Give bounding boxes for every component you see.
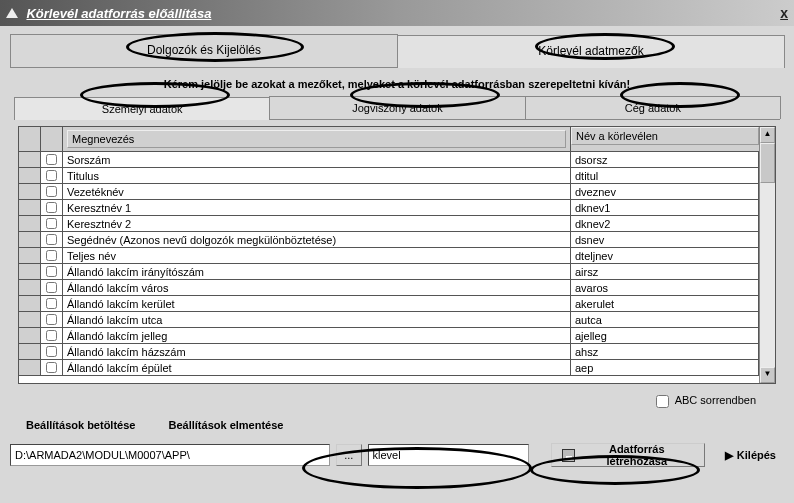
row-checkbox[interactable] xyxy=(46,154,57,165)
browse-button[interactable]: ... xyxy=(336,444,362,466)
row-gutter xyxy=(19,280,41,296)
path-input[interactable] xyxy=(10,444,330,466)
table-row[interactable]: Állandó lakcím városavaros xyxy=(19,280,759,296)
fields-table: Megnevezés Név a körlevélen Sorszámdsors… xyxy=(18,126,776,384)
row-checkbox[interactable] xyxy=(46,346,57,357)
table-row[interactable]: Állandó lakcím házszámahsz xyxy=(19,344,759,360)
row-name: Keresztnév 2 xyxy=(63,216,571,232)
table-row[interactable]: Titulusdtitul xyxy=(19,168,759,184)
instruction-text: Kérem jelölje be azokat a mezőket, melye… xyxy=(10,68,784,96)
row-checkbox[interactable] xyxy=(46,298,57,309)
tab-dolgozok[interactable]: Dolgozók és Kijelölés xyxy=(10,34,398,67)
row-gutter xyxy=(19,152,41,168)
row-name: Állandó lakcím kerület xyxy=(63,296,571,312)
row-name: Állandó lakcím házszám xyxy=(63,344,571,360)
row-gutter xyxy=(19,184,41,200)
row-label: dknev1 xyxy=(571,200,759,216)
row-name: Állandó lakcím jelleg xyxy=(63,328,571,344)
title-bar: Körlevél adatforrás előállítása x xyxy=(0,0,794,26)
row-checkbox[interactable] xyxy=(46,202,57,213)
row-label: avaros xyxy=(571,280,759,296)
filename-input[interactable] xyxy=(368,444,530,466)
abc-sort-checkbox[interactable]: ABC sorrendben xyxy=(652,394,756,406)
row-checkbox[interactable] xyxy=(46,170,57,181)
tab-korlevel-mezok[interactable]: Körlevél adatmezők xyxy=(397,35,785,68)
save-icon xyxy=(562,449,575,462)
row-checkbox[interactable] xyxy=(46,282,57,293)
row-gutter xyxy=(19,232,41,248)
tab-ceg[interactable]: Cég adatok xyxy=(525,96,781,119)
scroll-up-icon[interactable]: ▲ xyxy=(760,127,775,143)
row-name: Állandó lakcím utca xyxy=(63,312,571,328)
exit-icon: ▶ xyxy=(725,449,733,462)
table-row[interactable]: Állandó lakcím irányítószámairsz xyxy=(19,264,759,280)
table-row[interactable]: Állandó lakcím kerületakerulet xyxy=(19,296,759,312)
col-header-nev[interactable]: Név a körlevélen xyxy=(571,127,759,145)
row-label: dsnev xyxy=(571,232,759,248)
row-gutter xyxy=(19,264,41,280)
tab-szemelyi[interactable]: Személyi adatok xyxy=(14,97,270,120)
table-row[interactable]: Segédnév (Azonos nevű dolgozók megkülönb… xyxy=(19,232,759,248)
table-row[interactable]: Állandó lakcím jellegajelleg xyxy=(19,328,759,344)
row-label: autca xyxy=(571,312,759,328)
row-label: ahsz xyxy=(571,344,759,360)
row-gutter xyxy=(19,328,41,344)
scroll-down-icon[interactable]: ▼ xyxy=(760,367,775,383)
row-name: Teljes név xyxy=(63,248,571,264)
exit-label: Kilépés xyxy=(737,449,776,461)
app-icon xyxy=(6,8,18,18)
table-row[interactable]: Vezetéknévdveznev xyxy=(19,184,759,200)
window-title: Körlevél adatforrás előállítása xyxy=(26,6,211,21)
row-gutter xyxy=(19,344,41,360)
row-gutter xyxy=(19,200,41,216)
table-row[interactable]: Sorszámdsorsz xyxy=(19,152,759,168)
row-name: Állandó lakcím város xyxy=(63,280,571,296)
row-checkbox[interactable] xyxy=(46,250,57,261)
table-row[interactable]: Állandó lakcím utcaautca xyxy=(19,312,759,328)
vertical-scrollbar[interactable]: ▲ ▼ xyxy=(759,127,775,383)
row-checkbox[interactable] xyxy=(46,330,57,341)
save-settings-link[interactable]: Beállítások elmentése xyxy=(169,419,284,431)
inner-tab-row: Személyi adatok Jogviszony adatok Cég ad… xyxy=(14,96,780,120)
row-label: dteljnev xyxy=(571,248,759,264)
table-row[interactable]: Teljes névdteljnev xyxy=(19,248,759,264)
row-checkbox[interactable] xyxy=(46,218,57,229)
exit-button[interactable]: ▶ Kilépés xyxy=(717,443,784,467)
tab-jogviszony[interactable]: Jogviszony adatok xyxy=(269,96,525,119)
table-row[interactable]: Keresztnév 1dknev1 xyxy=(19,200,759,216)
row-gutter xyxy=(19,312,41,328)
row-gutter xyxy=(19,168,41,184)
row-gutter xyxy=(19,296,41,312)
row-name: Segédnév (Azonos nevű dolgozók megkülönb… xyxy=(63,232,571,248)
outer-tab-row: Dolgozók és Kijelölés Körlevél adatmezők xyxy=(10,34,784,68)
row-name: Vezetéknév xyxy=(63,184,571,200)
row-label: dtitul xyxy=(571,168,759,184)
row-label: dveznev xyxy=(571,184,759,200)
row-label: ajelleg xyxy=(571,328,759,344)
row-checkbox[interactable] xyxy=(46,266,57,277)
row-name: Sorszám xyxy=(63,152,571,168)
row-name: Keresztnév 1 xyxy=(63,200,571,216)
table-row[interactable]: Állandó lakcím épületaep xyxy=(19,360,759,376)
row-checkbox[interactable] xyxy=(46,186,57,197)
row-checkbox[interactable] xyxy=(46,362,57,373)
row-checkbox[interactable] xyxy=(46,234,57,245)
row-gutter xyxy=(19,248,41,264)
row-gutter xyxy=(19,216,41,232)
row-gutter xyxy=(19,360,41,376)
create-datasource-button[interactable]: Adatforrás létrehozása xyxy=(551,443,705,467)
row-name: Titulus xyxy=(63,168,571,184)
row-label: airsz xyxy=(571,264,759,280)
abc-sort-label: ABC sorrendben xyxy=(675,394,756,406)
load-settings-link[interactable]: Beállítások betöltése xyxy=(26,419,135,431)
table-row[interactable]: Keresztnév 2dknev2 xyxy=(19,216,759,232)
row-name: Állandó lakcím irányítószám xyxy=(63,264,571,280)
create-datasource-label: Adatforrás létrehozása xyxy=(580,443,694,467)
row-checkbox[interactable] xyxy=(46,314,57,325)
close-icon[interactable]: x xyxy=(780,5,788,21)
scroll-thumb[interactable] xyxy=(760,143,775,183)
row-label: dsorsz xyxy=(571,152,759,168)
col-header-megnevezes[interactable]: Megnevezés xyxy=(67,130,566,148)
row-label: dknev2 xyxy=(571,216,759,232)
row-name: Állandó lakcím épület xyxy=(63,360,571,376)
